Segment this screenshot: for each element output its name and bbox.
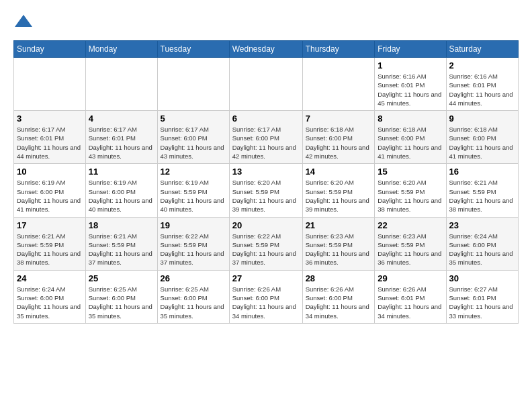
- day-info: Sunrise: 6:27 AM Sunset: 6:01 PM Dayligh…: [449, 285, 515, 320]
- logo: [13, 13, 36, 34]
- calendar-cell: 3Sunrise: 6:17 AM Sunset: 6:01 PM Daylig…: [14, 111, 86, 164]
- weekday-header: Tuesday: [157, 41, 229, 58]
- day-number: 24: [17, 273, 83, 283]
- day-number: 7: [306, 113, 372, 124]
- weekday-header: Saturday: [446, 41, 518, 58]
- day-number: 21: [306, 220, 372, 230]
- day-info: Sunrise: 6:22 AM Sunset: 5:59 PM Dayligh…: [232, 232, 300, 267]
- day-info: Sunrise: 6:21 AM Sunset: 5:59 PM Dayligh…: [449, 178, 515, 214]
- calendar-cell: 10Sunrise: 6:19 AM Sunset: 6:00 PM Dayli…: [14, 164, 86, 217]
- day-number: 13: [232, 167, 300, 177]
- day-number: 25: [89, 273, 154, 283]
- day-number: 2: [449, 60, 515, 71]
- day-number: 20: [232, 220, 300, 230]
- day-number: 29: [378, 273, 443, 283]
- calendar-cell: 23Sunrise: 6:24 AM Sunset: 6:00 PM Dayli…: [446, 217, 518, 270]
- day-number: 27: [232, 273, 300, 283]
- day-info: Sunrise: 6:23 AM Sunset: 5:59 PM Dayligh…: [306, 232, 372, 267]
- calendar-cell: 22Sunrise: 6:23 AM Sunset: 5:59 PM Dayli…: [375, 217, 446, 270]
- day-number: 9: [449, 113, 515, 124]
- day-number: 6: [232, 113, 300, 124]
- calendar-week-row: 24Sunrise: 6:24 AM Sunset: 6:00 PM Dayli…: [14, 270, 519, 323]
- calendar-cell: [157, 58, 229, 111]
- calendar-cell: 7Sunrise: 6:18 AM Sunset: 6:00 PM Daylig…: [302, 111, 375, 164]
- calendar-cell: 8Sunrise: 6:18 AM Sunset: 6:00 PM Daylig…: [375, 111, 446, 164]
- day-info: Sunrise: 6:17 AM Sunset: 6:00 PM Dayligh…: [232, 125, 300, 161]
- day-number: 1: [378, 60, 443, 71]
- day-number: 10: [17, 167, 83, 177]
- day-info: Sunrise: 6:19 AM Sunset: 5:59 PM Dayligh…: [161, 178, 226, 214]
- svg-marker-0: [15, 15, 32, 27]
- day-info: Sunrise: 6:18 AM Sunset: 6:00 PM Dayligh…: [306, 125, 372, 161]
- day-info: Sunrise: 6:22 AM Sunset: 5:59 PM Dayligh…: [161, 232, 226, 267]
- day-number: 15: [378, 167, 443, 177]
- calendar-cell: [14, 58, 86, 111]
- calendar-cell: 24Sunrise: 6:24 AM Sunset: 6:00 PM Dayli…: [14, 270, 86, 323]
- calendar-cell: 12Sunrise: 6:19 AM Sunset: 5:59 PM Dayli…: [157, 164, 229, 217]
- calendar-cell: 20Sunrise: 6:22 AM Sunset: 5:59 PM Dayli…: [229, 217, 302, 270]
- calendar-week-row: 3Sunrise: 6:17 AM Sunset: 6:01 PM Daylig…: [14, 111, 519, 164]
- day-info: Sunrise: 6:20 AM Sunset: 5:59 PM Dayligh…: [232, 178, 300, 214]
- calendar-cell: 27Sunrise: 6:26 AM Sunset: 6:00 PM Dayli…: [229, 270, 302, 323]
- day-number: 4: [89, 113, 154, 124]
- calendar-cell: 18Sunrise: 6:21 AM Sunset: 5:59 PM Dayli…: [85, 217, 157, 270]
- calendar-table: SundayMondayTuesdayWednesdayThursdayFrid…: [13, 40, 519, 324]
- day-number: 23: [449, 220, 515, 230]
- day-info: Sunrise: 6:17 AM Sunset: 6:01 PM Dayligh…: [89, 125, 154, 161]
- calendar-cell: 14Sunrise: 6:20 AM Sunset: 5:59 PM Dayli…: [302, 164, 375, 217]
- weekday-header: Monday: [85, 41, 157, 58]
- day-number: 26: [161, 273, 226, 283]
- day-info: Sunrise: 6:17 AM Sunset: 6:00 PM Dayligh…: [161, 125, 226, 161]
- logo-icon: [13, 13, 34, 34]
- day-number: 19: [161, 220, 226, 230]
- calendar-cell: 11Sunrise: 6:19 AM Sunset: 6:00 PM Dayli…: [85, 164, 157, 217]
- day-number: 5: [161, 113, 226, 124]
- day-number: 22: [378, 220, 443, 230]
- calendar-cell: [229, 58, 302, 111]
- calendar-week-row: 10Sunrise: 6:19 AM Sunset: 6:00 PM Dayli…: [14, 164, 519, 217]
- weekday-header: Thursday: [302, 41, 375, 58]
- day-info: Sunrise: 6:16 AM Sunset: 6:01 PM Dayligh…: [449, 72, 515, 107]
- day-info: Sunrise: 6:20 AM Sunset: 5:59 PM Dayligh…: [306, 178, 372, 214]
- day-info: Sunrise: 6:26 AM Sunset: 6:00 PM Dayligh…: [232, 285, 300, 320]
- calendar-cell: 2Sunrise: 6:16 AM Sunset: 6:01 PM Daylig…: [446, 58, 518, 111]
- day-info: Sunrise: 6:16 AM Sunset: 6:01 PM Dayligh…: [378, 72, 443, 107]
- calendar-cell: 1Sunrise: 6:16 AM Sunset: 6:01 PM Daylig…: [375, 58, 446, 111]
- day-number: 18: [89, 220, 154, 230]
- calendar-cell: 26Sunrise: 6:25 AM Sunset: 6:00 PM Dayli…: [157, 270, 229, 323]
- day-number: 16: [449, 167, 515, 177]
- day-info: Sunrise: 6:20 AM Sunset: 5:59 PM Dayligh…: [378, 178, 443, 214]
- day-info: Sunrise: 6:26 AM Sunset: 6:00 PM Dayligh…: [306, 285, 372, 320]
- day-info: Sunrise: 6:25 AM Sunset: 6:00 PM Dayligh…: [89, 285, 154, 320]
- weekday-header: Friday: [375, 41, 446, 58]
- day-number: 3: [17, 113, 83, 124]
- weekday-header-row: SundayMondayTuesdayWednesdayThursdayFrid…: [14, 41, 519, 58]
- calendar-cell: [302, 58, 375, 111]
- day-number: 8: [378, 113, 443, 124]
- day-number: 28: [306, 273, 372, 283]
- day-number: 14: [306, 167, 372, 177]
- calendar-cell: 21Sunrise: 6:23 AM Sunset: 5:59 PM Dayli…: [302, 217, 375, 270]
- calendar-cell: 19Sunrise: 6:22 AM Sunset: 5:59 PM Dayli…: [157, 217, 229, 270]
- calendar-cell: 30Sunrise: 6:27 AM Sunset: 6:01 PM Dayli…: [446, 270, 518, 323]
- day-info: Sunrise: 6:19 AM Sunset: 6:00 PM Dayligh…: [89, 178, 154, 214]
- day-number: 12: [161, 167, 226, 177]
- weekday-header: Sunday: [14, 41, 86, 58]
- day-info: Sunrise: 6:23 AM Sunset: 5:59 PM Dayligh…: [378, 232, 443, 267]
- day-info: Sunrise: 6:21 AM Sunset: 5:59 PM Dayligh…: [17, 232, 83, 267]
- calendar-cell: 16Sunrise: 6:21 AM Sunset: 5:59 PM Dayli…: [446, 164, 518, 217]
- day-info: Sunrise: 6:21 AM Sunset: 5:59 PM Dayligh…: [89, 232, 154, 267]
- day-info: Sunrise: 6:25 AM Sunset: 6:00 PM Dayligh…: [161, 285, 226, 320]
- calendar-cell: 25Sunrise: 6:25 AM Sunset: 6:00 PM Dayli…: [85, 270, 157, 323]
- calendar-cell: 17Sunrise: 6:21 AM Sunset: 5:59 PM Dayli…: [14, 217, 86, 270]
- day-info: Sunrise: 6:19 AM Sunset: 6:00 PM Dayligh…: [17, 178, 83, 214]
- page-header: [13, 13, 519, 34]
- day-info: Sunrise: 6:17 AM Sunset: 6:01 PM Dayligh…: [17, 125, 83, 161]
- weekday-header: Wednesday: [229, 41, 302, 58]
- calendar-cell: 29Sunrise: 6:26 AM Sunset: 6:01 PM Dayli…: [375, 270, 446, 323]
- calendar-cell: [85, 58, 157, 111]
- day-number: 11: [89, 167, 154, 177]
- calendar-cell: 5Sunrise: 6:17 AM Sunset: 6:00 PM Daylig…: [157, 111, 229, 164]
- calendar-cell: 28Sunrise: 6:26 AM Sunset: 6:00 PM Dayli…: [302, 270, 375, 323]
- day-info: Sunrise: 6:18 AM Sunset: 6:00 PM Dayligh…: [378, 125, 443, 161]
